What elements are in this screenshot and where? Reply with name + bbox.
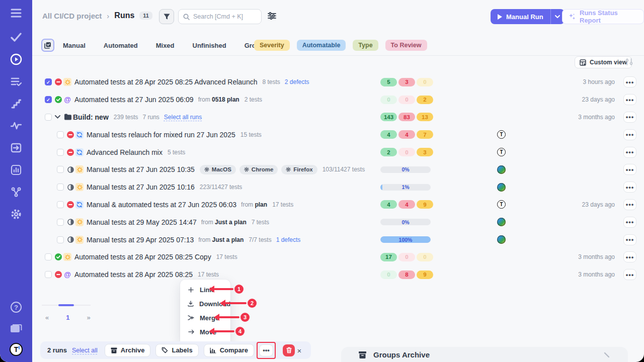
sidebar-item-activity[interactable] [0, 115, 32, 137]
chevron-down-icon[interactable] [55, 115, 61, 119]
run-title[interactable]: Automated tests at 28 Apr 2025 08:25 Adv… [74, 78, 257, 86]
row-checkbox[interactable] [57, 166, 64, 173]
pagination-current[interactable]: 1 [63, 312, 72, 323]
row-checkbox[interactable] [45, 114, 52, 121]
compare-button[interactable]: Compare [204, 344, 254, 357]
select-all-link[interactable]: Select all [72, 347, 98, 354]
tab-mixed[interactable]: Mixed [156, 42, 175, 49]
run-title[interactable]: Manual tests at 27 Jun 2025 10:16 [87, 183, 195, 191]
row-checkbox[interactable] [57, 201, 64, 208]
row-more-button[interactable]: ••• [623, 251, 636, 262]
sidebar-item-inbox[interactable] [0, 137, 32, 159]
run-title[interactable]: Manual & automated tests at 27 Jun 2025 … [87, 201, 236, 209]
row-checkbox[interactable] [45, 253, 52, 260]
row-more-button[interactable]: ••• [623, 164, 636, 175]
menu-item-link[interactable]: Link [180, 283, 230, 297]
run-title[interactable]: Manual tests at 29 Apr 2025 07:13 [87, 236, 194, 244]
pill-to-review[interactable]: To Review [385, 40, 427, 51]
meta-link[interactable]: Select all runs [164, 114, 202, 121]
more-actions-annotation: ••• [259, 344, 273, 356]
row-more-button[interactable]: ••• [623, 147, 636, 158]
row-more-button[interactable]: ••• [623, 129, 636, 140]
tab-manual[interactable]: Manual [63, 42, 86, 49]
party-icon [63, 78, 71, 86]
row-more-button[interactable]: ••• [623, 94, 636, 105]
run-title[interactable]: Manual tests at 29 May 2025 14:47 [87, 218, 197, 226]
meta-link[interactable]: 2 defects [285, 78, 309, 85]
run-title[interactable]: Advanced Relaunch mix [87, 148, 163, 156]
row-more-button[interactable]: ••• [623, 76, 636, 87]
pagination-next[interactable]: » [84, 312, 93, 323]
filter-button[interactable] [159, 9, 174, 24]
pill-type[interactable]: Type [353, 40, 378, 51]
meta-link[interactable]: 1 defects [276, 236, 301, 243]
sidebar-item-shared-steps[interactable] [0, 70, 32, 93]
labels-button[interactable]: Labels [155, 344, 198, 357]
run-title[interactable]: Automated tests at 28 Apr 2025 08:25 [74, 270, 193, 279]
run-time: 3 months ago [578, 253, 615, 260]
row-more-button[interactable]: ••• [623, 234, 636, 245]
sidebar-item-analytics[interactable] [0, 159, 32, 181]
run-meta: 7 tests [252, 219, 269, 226]
user-avatar[interactable]: T [10, 343, 23, 356]
search-box[interactable] [178, 9, 262, 24]
manual-run-button[interactable]: Manual Run [491, 9, 565, 24]
row-checkbox[interactable]: ✓ [45, 96, 52, 103]
sidebar-item-traceability[interactable] [0, 181, 32, 203]
run-title[interactable]: Automated tests at 28 Apr 2025 08:25 Cop… [74, 253, 211, 261]
run-title[interactable]: Build: new [73, 113, 109, 121]
menu-item-label: Download [199, 300, 230, 308]
delete-button[interactable] [283, 344, 295, 356]
row-checkbox[interactable] [57, 236, 64, 243]
tab-unfinished[interactable]: Unfinished [193, 42, 226, 49]
row-more-button[interactable]: ••• [623, 112, 636, 123]
search-settings-icon[interactable] [268, 12, 276, 20]
result-badge: 4 [380, 200, 397, 209]
groups-archive-panel[interactable]: Groups Archive [341, 347, 628, 362]
sidebar-item-settings[interactable] [0, 203, 32, 225]
run-title[interactable]: Manual tests relauch for mixed run 27 Ju… [87, 131, 235, 139]
archive-button[interactable]: Archive [105, 344, 151, 357]
breadcrumb-project[interactable]: All CI/CD project [42, 12, 102, 20]
menu-item-move[interactable]: Move [180, 325, 230, 339]
pill-severity[interactable]: Severity [254, 40, 290, 51]
runs-status-report-button[interactable]: Runs Status Report [562, 9, 644, 24]
result-badge: 0 [380, 96, 397, 104]
close-icon[interactable]: × [294, 345, 304, 355]
row-more-button[interactable]: ••• [623, 269, 636, 280]
custom-view-button[interactable]: Custom view [575, 56, 632, 68]
menu-item-merge[interactable]: Merge [180, 311, 230, 325]
pagination-prev[interactable]: « [42, 312, 52, 323]
result-badge: 3 [398, 78, 415, 86]
row-checkbox[interactable]: ✓ [45, 78, 52, 85]
search-input[interactable] [193, 13, 253, 20]
row-more-button[interactable]: ••• [623, 199, 636, 210]
row-more-button[interactable]: ••• [623, 217, 636, 228]
row-checkbox[interactable] [57, 131, 64, 138]
more-actions-button[interactable]: ••• [259, 344, 273, 356]
projects-icon[interactable] [10, 323, 22, 333]
scroll-thumb[interactable] [58, 304, 74, 306]
row-more-button[interactable]: ••• [623, 182, 636, 193]
assignee-avatar: T [497, 130, 506, 139]
party-icon [75, 165, 84, 173]
menu-item-download[interactable]: Download [180, 297, 230, 311]
meta-text: 7 tests [252, 219, 269, 226]
help-icon[interactable]: ? [11, 302, 22, 313]
tab-automated[interactable]: Automated [104, 42, 138, 49]
row-checkbox[interactable] [57, 184, 64, 191]
result-badge: 4 [398, 130, 415, 139]
run-title[interactable]: Automated tests at 27 Jun 2025 06:09 [74, 96, 194, 104]
run-meta: 17 tests [272, 201, 293, 208]
row-checkbox[interactable] [57, 149, 64, 156]
sidebar-item-test-cases[interactable] [0, 26, 32, 48]
row-checkbox[interactable] [57, 219, 64, 226]
menu-icon[interactable] [0, 0, 32, 26]
run-title[interactable]: Manual tests at 27 Jun 2025 10:35 [87, 165, 195, 173]
pill-automatable[interactable]: Automatable [297, 40, 346, 51]
row-checkbox[interactable] [45, 271, 52, 278]
sidebar-item-milestones[interactable] [0, 93, 32, 115]
select-all-button[interactable] [41, 39, 54, 52]
sidebar-item-runs[interactable] [0, 48, 32, 70]
view-settings-icon[interactable] [625, 58, 633, 65]
